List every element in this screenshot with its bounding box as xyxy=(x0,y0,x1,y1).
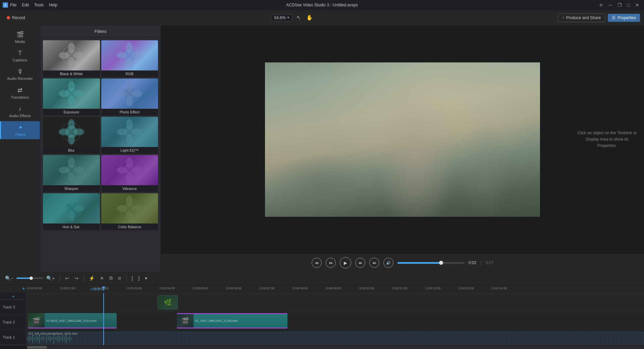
sidebar-item-audio-recorder[interactable]: 🎙 Audio Recorder xyxy=(0,65,40,83)
timeline-scrollbar-thumb[interactable] xyxy=(27,346,47,349)
filter-extra2[interactable]: Color Balance xyxy=(101,193,158,230)
menu-edit[interactable]: Edit xyxy=(22,3,29,7)
ruler-13: 0:00:13:00 xyxy=(459,287,492,290)
track3-media-item[interactable]: 🌿 xyxy=(158,295,178,309)
mark-in-button[interactable]: [ xyxy=(130,275,135,282)
skip-to-start-button[interactable]: ⏮ xyxy=(312,258,322,268)
transitions-icon: ⇄ xyxy=(17,87,22,94)
svg-point-56 xyxy=(126,196,133,206)
zoom-track[interactable] xyxy=(16,278,43,279)
properties-label: Properties xyxy=(618,15,636,20)
filter-light-eq[interactable]: Light EQ™ xyxy=(101,117,158,154)
svg-point-16 xyxy=(59,90,69,97)
record-label: Record xyxy=(12,15,25,20)
filters-grid-container[interactable]: Black & White RGB xyxy=(40,38,161,272)
skip-to-end-button[interactable]: ⏭ xyxy=(369,258,379,268)
filter-sharpen[interactable]: Sharpen xyxy=(43,155,100,192)
svg-point-26 xyxy=(68,119,75,130)
track2-row[interactable]: 🎬 V1-0010_A017_08011346_C013.mov 🎬 V1_A0… xyxy=(27,312,644,330)
zoom-in-button[interactable]: 🔍+ xyxy=(45,275,56,282)
svg-rect-77 xyxy=(57,336,58,341)
filter-extra1[interactable]: Hue & Sat. xyxy=(43,193,100,230)
filter-photo-effect[interactable]: Photo Effect xyxy=(101,79,158,115)
menu-file[interactable]: File xyxy=(10,3,16,7)
volume-button[interactable]: 🔊 xyxy=(383,258,393,268)
add-track-button[interactable]: + xyxy=(12,294,14,299)
svg-point-11 xyxy=(131,52,142,59)
timeline-ruler: + 0:00:02:12 0:00:00:00 0:00:01:00 0:00:… xyxy=(0,285,644,293)
sidebar-audio-effects-label: Audio Effects xyxy=(9,114,31,118)
playback-bar: ⏮ ⏭ ▶ ⏭ ⏭ 🔊 0:02 | 0:07 xyxy=(161,253,644,272)
zoom-out-button[interactable]: 🔍− xyxy=(3,275,15,282)
paste-button[interactable]: ⧈ xyxy=(116,274,123,282)
zoom-thumb[interactable] xyxy=(30,277,33,280)
timeline-tracks: + Track 3 Track 2 Track 1 0:00:02:12 xyxy=(0,293,644,345)
restore-button[interactable]: ❐ xyxy=(615,2,624,8)
add-track-btn[interactable]: + xyxy=(22,286,25,292)
filter-extra1-label: Hue & Sat. xyxy=(43,223,100,230)
track-add-row: + xyxy=(0,293,26,300)
progress-thumb[interactable] xyxy=(439,261,443,265)
produce-icon: ↑ xyxy=(562,15,564,20)
track3-row[interactable]: 🌿 xyxy=(27,293,644,312)
menu-tools[interactable]: Tools xyxy=(34,3,44,7)
menu-help[interactable]: Help xyxy=(49,3,57,7)
svg-rect-70 xyxy=(45,338,46,339)
svg-point-5 xyxy=(73,52,84,59)
svg-rect-85 xyxy=(71,338,72,339)
step-back-button[interactable]: ⏭ xyxy=(326,258,336,268)
filters-header: Filters xyxy=(40,26,161,38)
filter-blur[interactable]: Blur xyxy=(43,117,100,154)
play-button[interactable]: ▶ xyxy=(340,257,351,268)
track2-clip1[interactable]: 🎬 V1-0010_A017_08011346_C013.mov xyxy=(28,313,117,329)
hand-tool-button[interactable]: ✋ xyxy=(305,13,314,22)
copy-button[interactable]: ⧉ xyxy=(108,274,114,282)
redo-button[interactable]: ↪ xyxy=(73,275,80,282)
svg-point-39 xyxy=(68,172,75,183)
progress-track[interactable] xyxy=(397,262,465,264)
filter-bw[interactable]: Black & White xyxy=(43,40,100,77)
svg-point-8 xyxy=(126,43,133,53)
close-button[interactable]: ✕ xyxy=(633,2,641,8)
svg-rect-84 xyxy=(69,336,70,341)
video-frame xyxy=(265,62,540,217)
filter-exposure[interactable]: Exposure xyxy=(43,79,100,115)
sidebar-item-audio-effects[interactable]: ♪ Audio Effects xyxy=(0,103,40,120)
video-preview-container xyxy=(161,62,644,217)
produce-button[interactable]: ↑ Produce and Share xyxy=(558,13,605,22)
app-icon: A xyxy=(3,2,8,8)
delete-button[interactable]: ✕ xyxy=(98,275,106,282)
track1-row[interactable]: 157_full_new-atmosphere_0251.wav xyxy=(27,330,644,345)
track1-audio-clip[interactable]: 157_full_new-atmosphere_0251.wav xyxy=(27,331,644,345)
undo-button[interactable]: ↩ xyxy=(63,275,71,282)
svg-point-22 xyxy=(117,90,127,97)
zoom-display[interactable]: 54.6% ▼ xyxy=(271,14,292,21)
sidebar-item-transitions[interactable]: ⇄ Transitions xyxy=(0,84,40,102)
timeline-ruler-right[interactable]: 0:00:02:12 0:00:00:00 0:00:01:00 0:00:02… xyxy=(27,287,644,291)
maximize-button[interactable]: □ xyxy=(625,2,632,8)
playhead-time: 0:00:02:12 xyxy=(91,288,105,291)
ruler-12: 0:00:12:00 xyxy=(425,287,459,290)
properties-button[interactable]: ☰ Properties xyxy=(608,14,640,22)
filter-rgb[interactable]: RGB xyxy=(101,40,158,77)
split-button[interactable]: ⚡ xyxy=(87,275,96,282)
timeline-scrollbar-track[interactable] xyxy=(27,346,644,349)
sidebar-item-media[interactable]: 🎬 Media xyxy=(0,28,40,46)
waveform-svg xyxy=(27,331,644,345)
marker-button[interactable]: ▾ xyxy=(143,275,149,282)
step-forward-button[interactable]: ⏭ xyxy=(355,258,365,268)
svg-rect-68 xyxy=(41,337,42,340)
pointer-tool-button[interactable]: ↖ xyxy=(295,13,302,22)
track2-clip2[interactable]: 🎬 V1_A017_08011557_C139.mov xyxy=(177,313,287,329)
track3-thumb-icon: 🌿 xyxy=(164,298,172,306)
minimize-button[interactable]: ─ xyxy=(607,2,614,8)
left-sidebar: 🎬 Media T Captions 🎙 Audio Recorder ⇄ Tr… xyxy=(0,26,40,272)
svg-point-3 xyxy=(68,57,75,68)
sidebar-item-filters[interactable]: ✦ Filters xyxy=(0,121,40,139)
svg-point-58 xyxy=(117,205,127,212)
svg-rect-61 xyxy=(29,336,30,341)
mark-out-button[interactable]: ] xyxy=(137,275,141,282)
record-button[interactable]: Record xyxy=(4,14,28,21)
sidebar-item-captions[interactable]: T Captions xyxy=(0,47,40,65)
filter-vibrance[interactable]: Vibrance xyxy=(101,155,158,192)
